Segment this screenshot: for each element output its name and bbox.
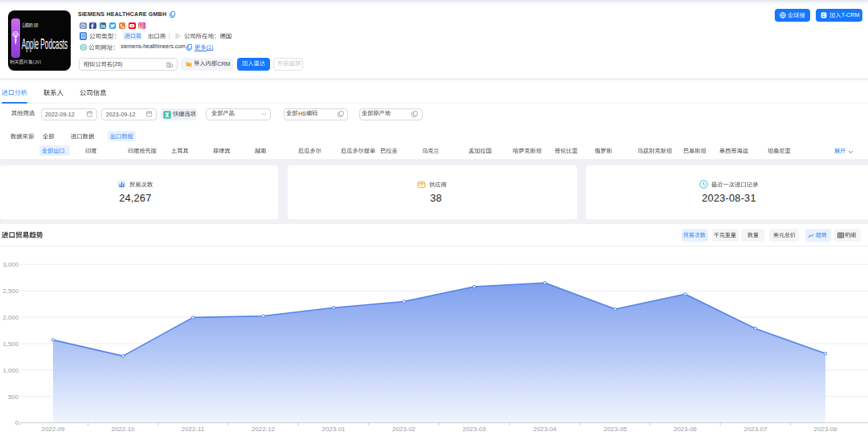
svg-text:2023-06: 2023-06: [674, 426, 698, 433]
svg-text:2023-02: 2023-02: [392, 426, 416, 433]
svg-text:0: 0: [15, 419, 19, 426]
svg-text:2022-09: 2022-09: [42, 426, 66, 433]
svg-text:2023-07: 2023-07: [744, 426, 768, 433]
svg-text:2023-03: 2023-03: [463, 426, 487, 433]
svg-text:2022-10: 2022-10: [112, 426, 136, 433]
svg-text:1,000: 1,000: [2, 367, 18, 374]
svg-text:500: 500: [8, 393, 19, 401]
svg-text:2,000: 2,000: [2, 314, 18, 321]
svg-text:1,500: 1,500: [2, 340, 18, 348]
svg-text:2023-04: 2023-04: [534, 426, 558, 433]
svg-text:3,000: 3,000: [2, 261, 18, 268]
svg-text:2022-12: 2022-12: [252, 426, 275, 433]
svg-text:2023-05: 2023-05: [604, 426, 628, 433]
svg-text:2022-11: 2022-11: [182, 426, 204, 433]
svg-text:2023-01: 2023-01: [322, 426, 346, 433]
svg-text:2023-08: 2023-08: [814, 426, 838, 433]
svg-text:2,500: 2,500: [2, 287, 18, 295]
